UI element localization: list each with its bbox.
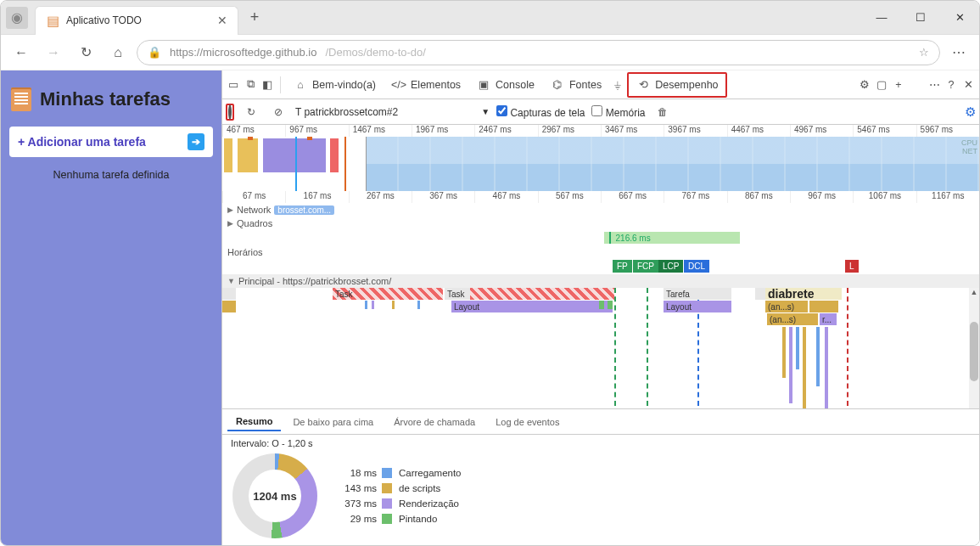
- page-title: Minhas tarefas: [40, 88, 171, 110]
- tab-title: Aplicativo TODO: [66, 14, 210, 26]
- flame-ruler: 67 ms167 ms267 ms367 ms467 ms567 ms667 m…: [222, 191, 979, 203]
- summary-donut-chart: 1204 ms: [232, 453, 317, 538]
- flame-scrollbar[interactable]: ▲ ▼: [969, 288, 979, 409]
- refresh-button[interactable]: ↻: [72, 39, 99, 66]
- home-icon: ⌂: [293, 79, 308, 91]
- interval-text: Intervalo: O - 1,20 s: [231, 438, 313, 448]
- browser-tab[interactable]: ▤ Aplicativo TODO ✕: [35, 6, 238, 35]
- summary-panel: Intervalo: O - 1,20 s 1204 ms 18 msCarre…: [222, 435, 979, 545]
- task-segment[interactable]: Task: [333, 288, 443, 300]
- tab-call-tree[interactable]: Árvore de chamada: [385, 414, 484, 431]
- back-button[interactable]: ←: [8, 39, 35, 66]
- donut-total: 1204 ms: [253, 490, 296, 503]
- tab-resumo[interactable]: Resumo: [227, 413, 281, 431]
- load-marker[interactable]: L: [845, 260, 859, 273]
- window-close-button[interactable]: ✕: [940, 1, 979, 35]
- fcp-marker[interactable]: FCP: [633, 260, 658, 273]
- profile-avatar[interactable]: ◉: [6, 7, 28, 29]
- tab-elements[interactable]: </>Elementos: [384, 70, 468, 99]
- net-label: NET: [961, 147, 977, 155]
- summary-tabstrip: Resumo De baixo para cima Árvore de cham…: [222, 409, 979, 435]
- address-bar: ← → ↻ ⌂ 🔒 https://microsoftedge.github.i…: [1, 35, 979, 70]
- url-box[interactable]: 🔒 https://microsoftedge.github.io/Demos/…: [137, 40, 940, 65]
- diabrete-segment[interactable]: diabrete: [765, 288, 842, 300]
- lcp-marker[interactable]: LCP: [658, 260, 683, 273]
- help-icon[interactable]: ?: [944, 79, 959, 91]
- overview-rest[interactable]: [367, 137, 979, 191]
- tab-console[interactable]: ▣Console: [469, 70, 541, 99]
- window-maximize-button[interactable]: ☐: [901, 1, 940, 35]
- lock-icon: 🔒: [148, 46, 161, 59]
- menu-button[interactable]: ⋯: [945, 39, 972, 66]
- new-tab-button[interactable]: +: [242, 8, 267, 26]
- tab-performance[interactable]: ⟲Desempenho: [627, 72, 726, 98]
- flame-chart[interactable]: 67 ms167 ms267 ms367 ms467 ms567 ms667 m…: [222, 191, 979, 409]
- url-host: https://microsoftedge.github.io: [170, 46, 316, 59]
- record-icon: [228, 104, 232, 120]
- console-icon: ▣: [476, 78, 491, 91]
- window-titlebar: ◉ ▤ Aplicativo TODO ✕ + — ☐ ✕: [1, 1, 979, 35]
- horarios-track: Horários: [222, 245, 979, 259]
- device-icon[interactable]: ⧉: [243, 78, 258, 91]
- notepad-icon: [11, 87, 31, 111]
- no-tasks-text: Nenhuma tarefa definida: [8, 169, 215, 181]
- devtools-tabstrip: ▭ ⧉ ◧ ⌂Bem-vindo(a) </>Elementos ▣Consol…: [222, 70, 979, 99]
- window-minimize-button[interactable]: —: [862, 1, 901, 35]
- gc-button[interactable]: 🗑: [652, 102, 673, 122]
- tab-close-icon[interactable]: ✕: [217, 14, 227, 27]
- dock-icon[interactable]: ◧: [260, 78, 275, 91]
- plus-icon: +: [18, 135, 25, 149]
- network-track[interactable]: ▶Network brosset.com...: [222, 203, 979, 217]
- tab-bottom-up[interactable]: De baixo para cima: [284, 414, 382, 431]
- panel-icon[interactable]: ▢: [874, 78, 889, 91]
- tab-favicon: ▤: [46, 14, 59, 27]
- url-path: /Demos/demo-to-do/: [325, 46, 426, 59]
- scroll-up-icon[interactable]: ▲: [969, 288, 979, 296]
- overview-ruler: 467 ms967 ms1467 ms1967 ms2467 ms2967 ms…: [222, 125, 979, 137]
- settings-icon[interactable]: ⚙: [857, 78, 872, 91]
- add-tab-icon[interactable]: +: [891, 79, 906, 91]
- record-button[interactable]: [226, 104, 234, 121]
- forward-button[interactable]: →: [40, 39, 67, 66]
- devtools-panel: ▭ ⧉ ◧ ⌂Bem-vindo(a) </>Elementos ▣Consol…: [221, 70, 979, 545]
- perf-settings-icon[interactable]: ⚙: [965, 104, 976, 120]
- memory-checkbox[interactable]: Memória: [591, 105, 645, 119]
- favorite-icon[interactable]: ☆: [919, 46, 929, 59]
- add-task-label: Adicionar uma tarefa: [28, 135, 146, 149]
- throttle-select[interactable]: T patrickbrossetcom#2: [295, 106, 398, 118]
- dcl-marker[interactable]: DCL: [684, 260, 709, 273]
- code-icon: </>: [391, 79, 406, 91]
- overview-minimap[interactable]: 467 ms967 ms1467 ms1967 ms2467 ms2967 ms…: [222, 125, 979, 191]
- tab-welcome[interactable]: ⌂Bem-vindo(a): [286, 70, 383, 99]
- submit-icon[interactable]: ➔: [188, 133, 204, 150]
- more-icon[interactable]: ⋯: [927, 78, 942, 91]
- tarefa-segment[interactable]: Tarefa: [664, 288, 731, 300]
- summary-legend: 18 msCarregamento143 msde scripts373 msR…: [334, 468, 462, 524]
- rendered-page: Minhas tarefas + Adicionar uma tarefa ➔ …: [1, 70, 221, 545]
- clear-button[interactable]: ⊘: [268, 102, 288, 122]
- wifi-icon[interactable]: ⏚: [610, 79, 625, 91]
- add-task-button[interactable]: + Adicionar uma tarefa ➔: [9, 127, 213, 157]
- tab-sources[interactable]: ⌬Fontes: [543, 70, 608, 99]
- home-button[interactable]: ⌂: [104, 39, 132, 66]
- scroll-thumb[interactable]: [970, 322, 978, 381]
- cpu-preview: [224, 138, 360, 172]
- network-chip: brosset.com...: [274, 205, 334, 215]
- inspect-icon[interactable]: ▭: [226, 78, 241, 91]
- cpu-label: CPU: [961, 138, 977, 147]
- screenshots-checkbox[interactable]: Capturas de tela: [496, 105, 585, 119]
- chevron-down-icon[interactable]: ▼: [481, 107, 490, 116]
- perf-icon: ⟲: [636, 78, 651, 91]
- frame-bar[interactable]: 216.6 ms: [604, 232, 740, 244]
- close-devtools-icon[interactable]: ✕: [960, 78, 976, 91]
- bug-icon: ⌬: [550, 78, 565, 91]
- perf-toolbar: ↻ ⊘ T patrickbrossetcom#2 ▼ Capturas de …: [222, 99, 979, 125]
- fp-marker[interactable]: FP: [613, 260, 632, 273]
- tab-event-log[interactable]: Log de eventos: [487, 414, 568, 431]
- reload-record-button[interactable]: ↻: [241, 102, 261, 122]
- quadros-track[interactable]: ▶Quadros: [222, 217, 979, 230]
- main-track[interactable]: ▼Principal - https://patrickbrosset.com/: [222, 274, 979, 288]
